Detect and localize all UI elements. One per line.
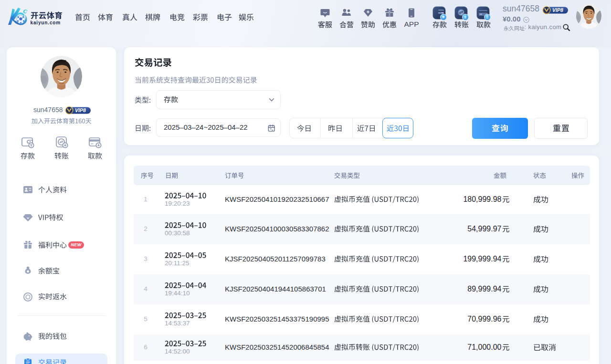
svg-text:VIP8: VIP8 xyxy=(75,107,86,113)
svg-text:VIP8: VIP8 xyxy=(552,7,563,13)
